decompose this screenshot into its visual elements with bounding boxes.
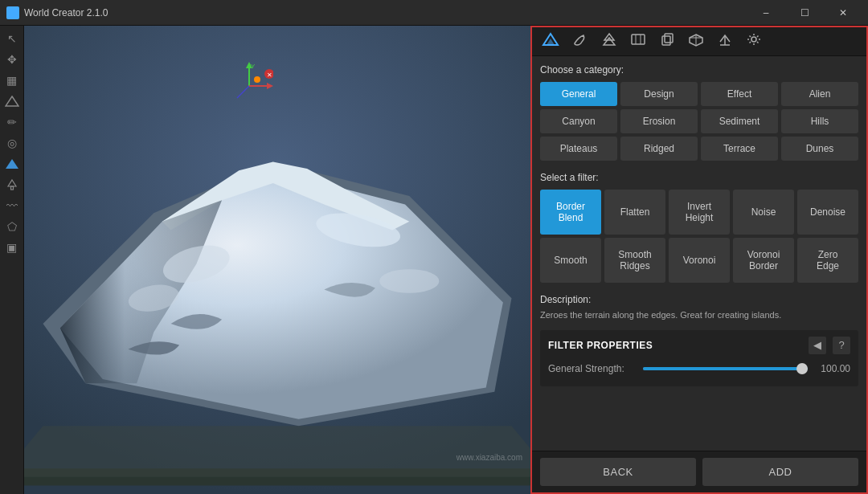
panel-body: Choose a category: GeneralDesignEffectAl… [532,56,866,451]
category-btn-sediment[interactable]: Sediment [701,109,778,133]
description-section: Description: Zeroes the terrain along th… [540,294,858,322]
filter-label: Select a filter: [540,172,858,183]
category-btn-ridged[interactable]: Ridged [620,137,698,161]
category-label: Choose a category: [540,64,858,76]
filter-btn-flatten[interactable]: Flatten [604,190,665,235]
filter-properties-header: FILTER PROPERTIES ◀ ? [548,337,850,354]
terrain-tool-icon[interactable] [2,92,22,111]
slider-track [643,367,808,370]
mountain-tab-icon[interactable] [542,32,559,51]
svg-marker-0 [8,8,18,18]
category-section: Choose a category: GeneralDesignEffectAl… [540,64,858,161]
filter-btn-smooth[interactable]: Smooth [540,238,601,283]
settings-tab-icon[interactable] [746,32,762,51]
tree-tab-icon[interactable] [601,32,617,51]
cursor-tool-icon[interactable]: ↖ [2,29,22,48]
svg-marker-15 [24,426,530,477]
category-btn-canyon[interactable]: Canyon [540,109,617,133]
filter-btn-noise[interactable]: Noise [733,190,794,235]
filter-properties-title: FILTER PROPERTIES [548,340,653,351]
viewport[interactable]: Y ✕ www.xiazaiba.com [24,26,530,494]
share-tab-icon[interactable] [717,32,733,51]
svg-line-21 [237,86,249,98]
image-tool-icon[interactable]: ▣ [2,238,22,257]
mountain-tool-icon[interactable] [2,154,22,174]
category-btn-design[interactable]: Design [620,82,698,106]
main-area: ↖ ✥ ▦ ✏ ◎ 〰 ⬠ ▣ [0,26,868,494]
close-button[interactable]: ✕ [825,0,862,26]
svg-text:Y: Y [251,63,256,70]
filter-btn-denoise[interactable]: Denoise [797,190,858,235]
map-tab-icon[interactable] [630,32,646,51]
panel-footer: BACK ADD [532,451,866,492]
filter-btn-voronoi-border[interactable]: Voronoi Border [733,238,794,283]
svg-point-22 [254,76,260,83]
general-strength-slider[interactable] [643,362,808,375]
category-grid: GeneralDesignEffectAlienCanyonErosionSed… [540,82,858,161]
svg-marker-1 [6,96,18,106]
svg-marker-2 [6,159,18,169]
filter-properties: FILTER PROPERTIES ◀ ? General Strength: [540,330,858,386]
category-btn-erosion[interactable]: Erosion [620,109,698,133]
filter-grid: Border BlendFlattenInvert HeightNoiseDen… [540,190,858,283]
category-btn-dunes[interactable]: Dunes [781,137,858,161]
general-strength-label: General Strength: [548,363,637,374]
svg-rect-32 [662,36,670,45]
filter-btn-border-blend[interactable]: Border Blend [540,190,601,235]
terrain-visualization [24,26,530,494]
slider-fill [643,367,808,370]
water-tool-icon[interactable]: 〰 [2,196,22,215]
description-text: Zeroes the terrain along the edges. Grea… [540,308,858,322]
window-controls: – ☐ ✕ [747,0,862,26]
filter-btn-zero-edge[interactable]: Zero Edge [797,238,858,283]
category-btn-hills[interactable]: Hills [781,109,858,133]
app-icon [6,6,19,19]
help-button[interactable]: ? [833,337,850,354]
move-tool-icon[interactable]: ✥ [2,50,22,69]
filter-btn-voronoi[interactable]: Voronoi [669,238,730,283]
brush-tab-icon[interactable] [572,32,588,51]
right-panel: Choose a category: GeneralDesignEffectAl… [530,26,868,494]
transform-gizmo[interactable]: Y ✕ [225,62,273,110]
app-title: World Creator 2.1.0 [24,7,747,18]
titlebar: World Creator 2.1.0 – ☐ ✕ [0,0,868,26]
svg-rect-4 [10,186,13,190]
copy-tab-icon[interactable] [659,32,675,51]
brush-tool-icon[interactable]: ✏ [2,112,22,132]
filter-btn-smooth-ridges[interactable]: Smooth Ridges [604,238,665,283]
svg-rect-29 [632,35,645,44]
svg-point-39 [751,37,756,42]
svg-marker-20 [267,83,273,89]
description-title: Description: [540,294,858,305]
category-btn-terrace[interactable]: Terrace [701,137,778,161]
back-button[interactable]: BACK [540,458,696,486]
svg-rect-33 [665,34,673,43]
watermark: www.xiazaiba.com [457,453,522,462]
minimize-button[interactable]: – [747,0,784,26]
layers-tool-icon[interactable]: ▦ [2,71,22,90]
panel-top-icons [532,27,866,56]
category-btn-effect[interactable]: Effect [701,82,778,106]
filter-section: Select a filter: Border BlendFlattenInve… [540,172,858,283]
slider-thumb[interactable] [796,363,808,374]
box-tab-icon[interactable] [688,32,704,51]
tree-tool-icon[interactable] [2,175,22,194]
add-button[interactable]: ADD [702,458,858,486]
filter-btn-invert-height[interactable]: Invert Height [669,190,730,235]
back-arrow-button[interactable]: ◀ [809,337,826,354]
maximize-button[interactable]: ☐ [786,0,823,26]
filter-properties-icons: ◀ ? [809,337,850,354]
svg-text:✕: ✕ [267,71,272,79]
camera-tool-icon[interactable]: ◎ [2,133,22,153]
category-btn-plateaus[interactable]: Plateaus [540,137,617,161]
category-btn-alien[interactable]: Alien [781,82,858,106]
svg-marker-3 [8,180,16,186]
svg-point-13 [379,269,439,293]
general-strength-value: 100.00 [814,363,850,374]
left-toolbar: ↖ ✥ ▦ ✏ ◎ 〰 ⬠ ▣ [0,26,24,494]
category-btn-general[interactable]: General [540,82,617,106]
pentagon-tool-icon[interactable]: ⬠ [2,217,22,236]
general-strength-row: General Strength: 100.00 [548,362,850,375]
